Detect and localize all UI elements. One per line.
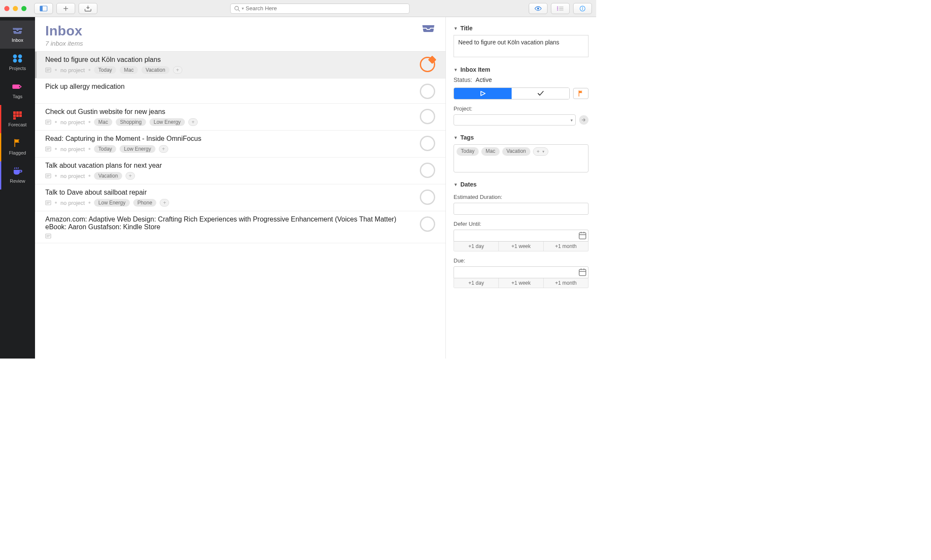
status-label: Status: xyxy=(454,76,472,83)
flag-icon xyxy=(12,138,23,148)
tag-chip[interactable]: Today xyxy=(457,147,479,156)
add-tag-button[interactable]: + xyxy=(160,199,169,207)
task-row[interactable]: Read: Capturing in the Moment - Inside O… xyxy=(35,131,445,158)
inspector-panel: ▼ Title ▼ Inbox Item Status: Active xyxy=(446,17,596,359)
section-header-tags[interactable]: ▼ Tags xyxy=(454,134,588,141)
search-field[interactable]: ▾ xyxy=(230,3,410,14)
add-tag-button[interactable]: + xyxy=(159,145,168,153)
tag-chip[interactable]: Low Energy xyxy=(149,118,185,126)
quick-date-button[interactable]: +1 day xyxy=(454,278,498,288)
tag-chip[interactable]: Vacation xyxy=(94,172,122,180)
search-input[interactable] xyxy=(246,5,406,12)
svg-rect-23 xyxy=(19,114,22,117)
complete-checkbox[interactable] xyxy=(420,84,435,99)
add-tag-button[interactable]: + xyxy=(188,118,198,126)
sidebar-item-forecast[interactable]: Forecast xyxy=(0,105,35,133)
task-row[interactable]: Talk about vacation plans for next year•… xyxy=(35,158,445,184)
toggle-inspector-button[interactable] xyxy=(551,3,570,14)
complete-checkbox[interactable] xyxy=(420,136,435,151)
calendar-picker-button[interactable] xyxy=(578,268,587,277)
complete-checkbox[interactable] xyxy=(420,216,435,232)
svg-rect-22 xyxy=(16,114,19,117)
section-header-inbox-item[interactable]: ▼ Inbox Item xyxy=(454,66,588,73)
status-active-button[interactable] xyxy=(454,88,512,99)
project-select[interactable]: ▾ xyxy=(454,114,576,125)
quick-date-button[interactable]: +1 week xyxy=(498,278,543,288)
tag-chip[interactable]: Mac xyxy=(481,147,500,156)
inspector-info-button[interactable] xyxy=(573,3,592,14)
close-window-button[interactable] xyxy=(4,6,9,11)
due-input[interactable] xyxy=(454,266,588,278)
goto-project-button[interactable] xyxy=(579,115,588,125)
quick-entry-button[interactable] xyxy=(79,3,97,14)
section-label: Inbox Item xyxy=(460,66,490,73)
svg-rect-20 xyxy=(19,111,22,114)
sidebar-toggle-icon xyxy=(40,6,47,12)
quick-date-button[interactable]: +1 month xyxy=(543,278,588,288)
svg-point-15 xyxy=(13,59,17,63)
new-item-button[interactable] xyxy=(56,3,75,14)
complete-checkbox[interactable] xyxy=(420,163,435,178)
estimated-duration-input[interactable] xyxy=(454,203,588,215)
list-header: Inbox 7 inbox items xyxy=(35,17,445,52)
tags-field[interactable]: TodayMacVacation+▾ xyxy=(454,144,588,172)
task-row[interactable]: Need to figure out Köln vacation plans•n… xyxy=(35,52,445,79)
task-row[interactable]: Amazon.com: Adaptive Web Design: Craftin… xyxy=(35,211,445,243)
defer-until-input[interactable] xyxy=(454,230,588,242)
section-header-dates[interactable]: ▼ Dates xyxy=(454,181,588,188)
task-title: Talk to Dave about sailboat repair xyxy=(45,189,414,196)
add-tag-button[interactable]: +▾ xyxy=(533,147,548,156)
complete-checkbox[interactable] xyxy=(420,57,435,72)
section-header-title[interactable]: ▼ Title xyxy=(454,25,588,32)
download-inbox-icon xyxy=(84,6,92,12)
play-icon xyxy=(480,90,486,96)
task-title: Read: Capturing in the Moment - Inside O… xyxy=(45,135,414,143)
complete-checkbox[interactable] xyxy=(420,190,435,205)
tag-chip[interactable]: Today xyxy=(94,66,116,74)
arrow-right-icon xyxy=(581,117,586,122)
sidebar-item-label: Review xyxy=(10,178,25,184)
title-input[interactable] xyxy=(454,35,588,57)
quick-date-button[interactable]: +1 month xyxy=(543,242,588,251)
sidebar-item-review[interactable]: Review xyxy=(0,161,35,190)
calendar-picker-button[interactable] xyxy=(578,231,587,240)
svg-rect-19 xyxy=(16,111,19,114)
tag-chip[interactable]: Low Energy xyxy=(120,145,155,153)
task-row[interactable]: Pick up allergy medication xyxy=(35,79,445,104)
quick-date-button[interactable]: +1 week xyxy=(498,242,543,251)
complete-checkbox[interactable] xyxy=(420,109,435,124)
flag-toggle-button[interactable] xyxy=(573,88,588,99)
tag-chip[interactable]: Vacation xyxy=(502,147,530,156)
add-tag-button[interactable]: + xyxy=(173,66,182,74)
add-tag-button[interactable]: + xyxy=(126,172,135,180)
task-row[interactable]: Check out Gustin website for new jeans•n… xyxy=(35,104,445,131)
chevron-down-icon: ▾ xyxy=(242,6,244,11)
no-project-label: no project xyxy=(61,67,85,73)
tag-chip[interactable]: Today xyxy=(94,145,116,153)
tag-chip[interactable]: Low Energy xyxy=(94,199,129,207)
eye-icon xyxy=(534,6,542,12)
tag-chip[interactable]: Phone xyxy=(133,199,157,207)
items-list: Need to figure out Köln vacation plans•n… xyxy=(35,52,445,359)
svg-rect-5 xyxy=(559,6,563,7)
tag-chip[interactable]: Mac xyxy=(120,66,138,74)
sidebar-item-flagged[interactable]: Flagged xyxy=(0,133,35,161)
task-row[interactable]: Talk to Dave about sailboat repair•no pr… xyxy=(35,184,445,211)
sidebar-item-inbox[interactable]: Inbox xyxy=(0,20,35,49)
toggle-sidebar-button[interactable] xyxy=(34,3,53,14)
note-icon xyxy=(45,233,51,239)
status-completed-button[interactable] xyxy=(512,88,569,99)
tag-chip[interactable]: Mac xyxy=(94,118,112,126)
tag-chip[interactable]: Vacation xyxy=(141,66,170,74)
sidebar-item-tags[interactable]: Tags xyxy=(0,77,35,105)
sidebar-item-projects[interactable]: Projects xyxy=(0,49,35,77)
svg-point-11 xyxy=(582,7,583,8)
tag-chip[interactable]: Shopping xyxy=(116,118,146,126)
no-project-label: no project xyxy=(61,146,85,152)
zoom-window-button[interactable] xyxy=(21,6,26,11)
window-titlebar: ▾ xyxy=(0,0,596,17)
info-icon xyxy=(579,6,586,12)
quick-date-button[interactable]: +1 day xyxy=(454,242,498,251)
view-options-button[interactable] xyxy=(529,3,547,14)
minimize-window-button[interactable] xyxy=(13,6,18,11)
